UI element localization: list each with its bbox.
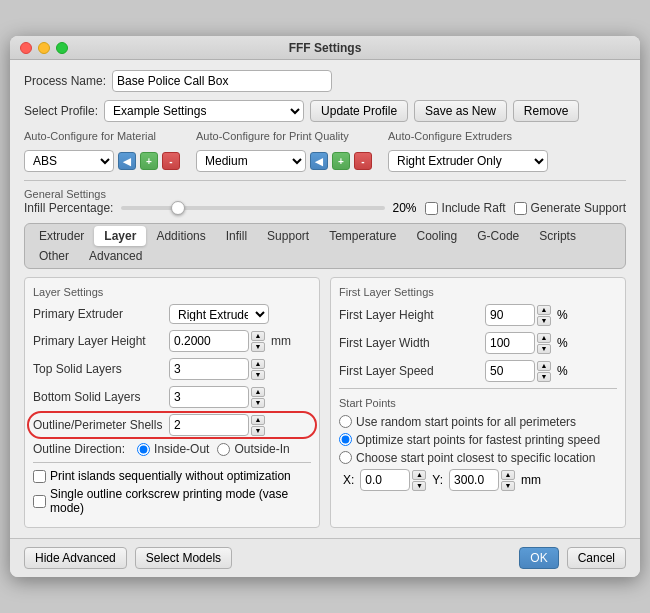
x-down[interactable]: ▼ [412,481,426,491]
x-input[interactable] [360,469,410,491]
profile-select[interactable]: Example Settings [104,100,304,122]
infill-slider[interactable] [121,206,384,210]
tab-additions[interactable]: Additions [146,226,215,246]
check1-label: Print islands sequentially without optim… [50,469,291,483]
select-profile-row: Select Profile: Example Settings Update … [24,100,626,122]
first-layer-height-input[interactable] [485,304,535,326]
primary-extruder-row: Primary Extruder Right Extruder [33,304,311,324]
start-option3-label: Choose start point closest to specific l… [356,451,595,465]
extruder-select[interactable]: Right Extruder Only [388,150,548,172]
auto-configure-extruder-group: Auto-Configure Extruders Right Extruder … [388,130,548,172]
auto-configure-material-group: Auto-Configure for Material ABS ◀ + - [24,130,180,172]
auto-configure-quality-group: Auto-Configure for Print Quality Medium … [196,130,372,172]
outside-in-radio-group[interactable]: Outside-In [217,442,289,456]
start-option1-radio[interactable] [339,415,352,428]
minimize-button[interactable] [38,42,50,54]
first-layer-height-spin-btns: ▲ ▼ [537,305,551,326]
top-solid-layers-input[interactable] [169,358,249,380]
quality-select[interactable]: Medium [196,150,306,172]
primary-layer-height-input[interactable] [169,330,249,352]
auto-configure-extruder-label: Auto-Configure Extruders [388,130,548,142]
include-raft-checkbox-row[interactable]: Include Raft [425,201,506,215]
bottom-solid-layers-up[interactable]: ▲ [251,387,265,397]
first-layer-width-down[interactable]: ▼ [537,344,551,354]
generate-support-checkbox[interactable] [514,202,527,215]
close-button[interactable] [20,42,32,54]
first-layer-height-label: First Layer Height [339,308,479,322]
start-option2-row[interactable]: Optimize start points for fastest printi… [339,433,617,447]
auto-configure-quality-label: Auto-Configure for Print Quality [196,130,372,142]
general-settings-title: General Settings [24,188,106,200]
first-layer-height-row: First Layer Height ▲ ▼ % [339,304,617,326]
first-layer-speed-up[interactable]: ▲ [537,361,551,371]
auto-configure-material-label: Auto-Configure for Material [24,130,180,142]
check1-checkbox[interactable] [33,470,46,483]
ok-button[interactable]: OK [519,547,558,569]
first-layer-speed-input[interactable] [485,360,535,382]
first-layer-height-up[interactable]: ▲ [537,305,551,315]
top-solid-layers-down[interactable]: ▼ [251,370,265,380]
top-solid-layers-label: Top Solid Layers [33,362,163,376]
bottom-solid-layers-input[interactable] [169,386,249,408]
bottom-solid-layers-down[interactable]: ▼ [251,398,265,408]
infill-label: Infill Percentage: [24,201,113,215]
inside-out-radio-group[interactable]: Inside-Out [137,442,209,456]
start-option2-radio[interactable] [339,433,352,446]
cancel-button[interactable]: Cancel [567,547,626,569]
tab-gcode[interactable]: G-Code [467,226,529,246]
outside-in-radio[interactable] [217,443,230,456]
outline-perimeter-input[interactable] [169,414,249,436]
first-layer-speed-spinner: ▲ ▼ [485,360,551,382]
first-layer-speed-down[interactable]: ▼ [537,372,551,382]
material-add-icon[interactable]: + [140,152,158,170]
top-solid-layers-spinner: ▲ ▼ [169,358,265,380]
start-points-title: Start Points [339,397,617,409]
primary-layer-height-up[interactable]: ▲ [251,331,265,341]
update-profile-button[interactable]: Update Profile [310,100,408,122]
tab-temperature[interactable]: Temperature [319,226,406,246]
top-solid-layers-up[interactable]: ▲ [251,359,265,369]
quality-remove-icon[interactable]: - [354,152,372,170]
y-input[interactable] [449,469,499,491]
primary-layer-height-down[interactable]: ▼ [251,342,265,352]
select-models-button[interactable]: Select Models [135,547,232,569]
quality-add-icon[interactable]: + [332,152,350,170]
start-option3-radio[interactable] [339,451,352,464]
first-layer-settings-panel: First Layer Settings First Layer Height … [330,277,626,528]
first-layer-height-down[interactable]: ▼ [537,316,551,326]
material-select[interactable]: ABS [24,150,114,172]
start-option3-row[interactable]: Choose start point closest to specific l… [339,451,617,465]
outline-perimeter-down[interactable]: ▼ [251,426,265,436]
tab-extruder[interactable]: Extruder [29,226,94,246]
hide-advanced-button[interactable]: Hide Advanced [24,547,127,569]
outline-direction-row: Outline Direction: Inside-Out Outside-In [33,442,311,456]
save-as-new-button[interactable]: Save as New [414,100,507,122]
material-remove-icon[interactable]: - [162,152,180,170]
tab-support[interactable]: Support [257,226,319,246]
bottom-solid-layers-row: Bottom Solid Layers ▲ ▼ [33,386,311,408]
tab-layer[interactable]: Layer [94,226,146,246]
tab-scripts[interactable]: Scripts [529,226,586,246]
material-arrow-icon[interactable]: ◀ [118,152,136,170]
remove-button[interactable]: Remove [513,100,580,122]
first-layer-speed-unit: % [557,364,568,378]
tab-cooling[interactable]: Cooling [407,226,468,246]
include-raft-checkbox[interactable] [425,202,438,215]
tab-infill[interactable]: Infill [216,226,257,246]
first-layer-width-input[interactable] [485,332,535,354]
start-option1-row[interactable]: Use random start points for all perimete… [339,415,617,429]
outline-perimeter-up[interactable]: ▲ [251,415,265,425]
primary-extruder-select[interactable]: Right Extruder [169,304,269,324]
check2-checkbox[interactable] [33,495,46,508]
tab-other[interactable]: Other [29,246,79,266]
first-layer-width-up[interactable]: ▲ [537,333,551,343]
tab-advanced[interactable]: Advanced [79,246,152,266]
y-down[interactable]: ▼ [501,481,515,491]
maximize-button[interactable] [56,42,68,54]
x-up[interactable]: ▲ [412,470,426,480]
quality-arrow-icon[interactable]: ◀ [310,152,328,170]
generate-support-checkbox-row[interactable]: Generate Support [514,201,626,215]
process-name-input[interactable] [112,70,332,92]
inside-out-radio[interactable] [137,443,150,456]
y-up[interactable]: ▲ [501,470,515,480]
